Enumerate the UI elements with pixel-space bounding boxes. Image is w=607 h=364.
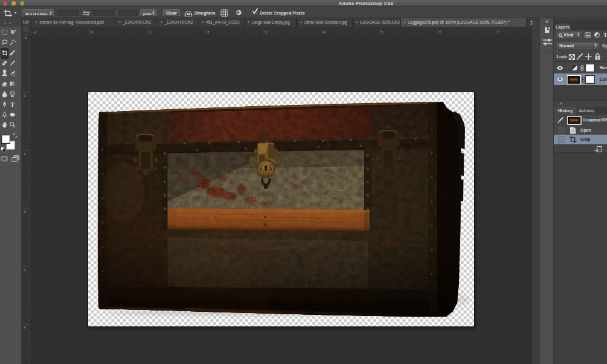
svg-text:3: 3 [24, 268, 26, 272]
svg-text:4: 4 [24, 326, 26, 329]
svg-text:6: 6 [439, 30, 442, 34]
svg-text:2: 2 [24, 210, 26, 214]
svg-text:7: 7 [497, 30, 500, 34]
svg-text:1: 1 [149, 30, 152, 34]
svg-text:2: 2 [207, 30, 209, 34]
svg-text:T: T [10, 101, 15, 108]
svg-text:3: 3 [265, 30, 268, 34]
svg-text:5: 5 [381, 30, 384, 34]
svg-text:0: 0 [91, 30, 93, 34]
svg-text:1: 1 [24, 152, 26, 156]
svg-text:0: 0 [24, 94, 26, 98]
svg-text:4: 4 [323, 30, 325, 34]
svg-text:-1: -1 [24, 36, 27, 39]
svg-text:-1: -1 [33, 30, 36, 34]
